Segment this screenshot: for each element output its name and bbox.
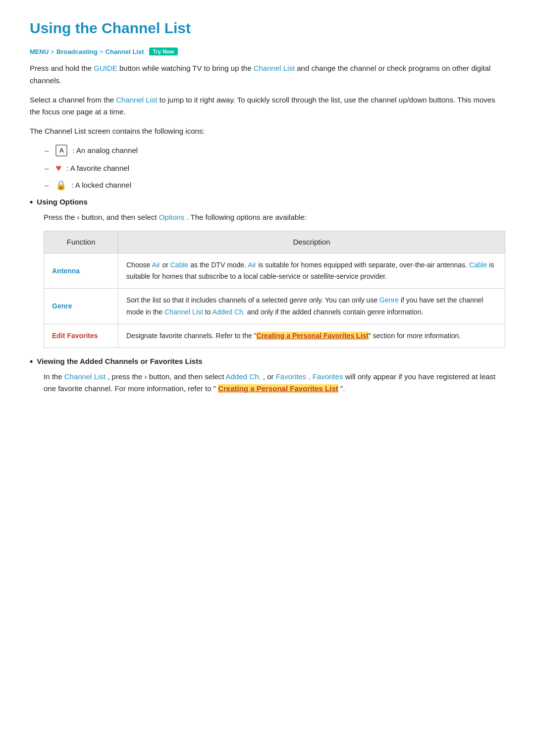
viewing-mid2: button, and then select <box>149 372 226 381</box>
air-link-1[interactable]: Air <box>152 261 160 269</box>
creating-favorites-link-1[interactable]: Creating a Personal Favorites List <box>257 332 369 340</box>
viewing-header: • Viewing the Added Channels or Favorite… <box>30 357 505 367</box>
favorites-link-1[interactable]: Favorites <box>276 372 307 381</box>
antenna-description: Choose Air or Cable as the DTV mode. Air… <box>118 253 505 289</box>
cable-link-1[interactable]: Cable <box>170 261 189 269</box>
added-ch-link[interactable]: Added Ch. <box>213 308 245 316</box>
analog-icon: A <box>55 145 67 156</box>
icon-favorite: – ♥ : A favorite channel <box>45 162 505 174</box>
channel-list-link-2[interactable]: Channel List <box>116 96 157 104</box>
chevron-left-icon: ‹ <box>77 213 80 221</box>
icon-locked: – 🔒 : A locked channel <box>45 180 505 191</box>
analog-label: : An analog channel <box>72 146 138 154</box>
favorite-label: : A favorite channel <box>66 164 129 172</box>
channel-list-link-3[interactable]: Channel List <box>164 308 203 316</box>
favorites-link-2[interactable]: Favorites <box>313 372 343 381</box>
using-options-header: • Using Options <box>30 198 505 207</box>
viewing-before: In the <box>44 372 64 381</box>
cable-link-2[interactable]: Cable <box>469 261 487 269</box>
guide-link[interactable]: GUIDE <box>94 64 117 72</box>
options-link[interactable]: Options <box>159 213 185 221</box>
genre-function[interactable]: Genre <box>44 289 118 324</box>
chevron-right-icon: › <box>144 372 147 381</box>
heart-icon: ♥ <box>55 162 61 174</box>
dash-2: – <box>45 164 49 172</box>
table-header-row: Function Description <box>44 231 505 253</box>
para1: Press and hold the GUIDE button while wa… <box>30 62 505 87</box>
col-description: Description <box>118 231 505 253</box>
viewing-label: Viewing the Added Channels or Favorites … <box>37 357 202 365</box>
desc-mid: button, and then select <box>82 213 159 221</box>
table-row-edit-favorites: Edit Favorites Designate favorite channe… <box>44 324 505 348</box>
para2-before: Select a channel from the <box>30 96 116 104</box>
viewing-mid: , press the <box>107 372 144 381</box>
using-options-desc: Press the ‹ button, and then select Opti… <box>44 211 505 224</box>
dash-3: – <box>45 181 49 189</box>
desc-before-chevron: Press the <box>44 213 77 221</box>
options-table: Function Description Antenna Choose Air … <box>44 231 505 348</box>
para2: Select a channel from the Channel List t… <box>30 94 505 119</box>
viewing-content: In the Channel List , press the › button… <box>44 371 505 396</box>
table-row-antenna: Antenna Choose Air or Cable as the DTV m… <box>44 253 505 289</box>
edit-favorites-function[interactable]: Edit Favorites <box>44 324 118 348</box>
bullet-dot-options: • <box>30 197 33 207</box>
page-title: Using the Channel List <box>30 20 505 37</box>
breadcrumb-broadcasting[interactable]: Broadcasting <box>56 48 98 55</box>
viewing-section: • Viewing the Added Channels or Favorite… <box>30 357 505 396</box>
viewing-end: ". <box>340 384 345 393</box>
using-options-label: Using Options <box>37 198 88 206</box>
icon-list: – A : An analog channel – ♥ : A favorite… <box>45 145 505 191</box>
breadcrumb-sep1: > <box>51 48 54 55</box>
lock-icon: 🔒 <box>55 180 66 191</box>
para3: The Channel List screen contains the fol… <box>30 125 505 138</box>
creating-favorites-link-2[interactable]: Creating a Personal Favorites List <box>218 384 338 393</box>
air-link-2[interactable]: Air <box>248 261 256 269</box>
channel-list-link-4[interactable]: Channel List <box>64 372 106 381</box>
breadcrumb-menu[interactable]: MENU <box>30 48 49 55</box>
viewing-desc: In the Channel List , press the › button… <box>44 371 505 396</box>
viewing-or: , or <box>263 372 276 381</box>
icon-analog: – A : An analog channel <box>45 145 505 156</box>
para1-mid: button while watching TV to bring up the <box>119 64 254 72</box>
try-now-badge[interactable]: Try Now <box>149 48 178 55</box>
viewing-period: . <box>309 372 313 381</box>
para1-before: Press and hold the <box>30 64 94 72</box>
genre-link[interactable]: Genre <box>379 296 399 304</box>
breadcrumb: MENU > Broadcasting > Channel List Try N… <box>30 48 505 55</box>
edit-favorites-description: Designate favorite channels. Refer to th… <box>118 324 505 348</box>
breadcrumb-sep2: > <box>100 48 104 55</box>
breadcrumb-channellist[interactable]: Channel List <box>106 48 144 55</box>
table-row-genre: Genre Sort the list so that it includes … <box>44 289 505 324</box>
dash-1: – <box>45 146 49 154</box>
genre-description: Sort the list so that it includes channe… <box>118 289 505 324</box>
bullet-dot-viewing: • <box>30 356 33 367</box>
desc-after: . The following options are available: <box>187 213 307 221</box>
antenna-function[interactable]: Antenna <box>44 253 118 289</box>
col-function: Function <box>44 231 118 253</box>
locked-label: : A locked channel <box>71 181 131 189</box>
using-options-section: • Using Options Press the ‹ button, and … <box>30 198 505 348</box>
using-options-content: Press the ‹ button, and then select Opti… <box>44 211 505 348</box>
added-ch-link-2[interactable]: Added Ch. <box>226 372 261 381</box>
channel-list-link-1[interactable]: Channel List <box>254 64 295 72</box>
